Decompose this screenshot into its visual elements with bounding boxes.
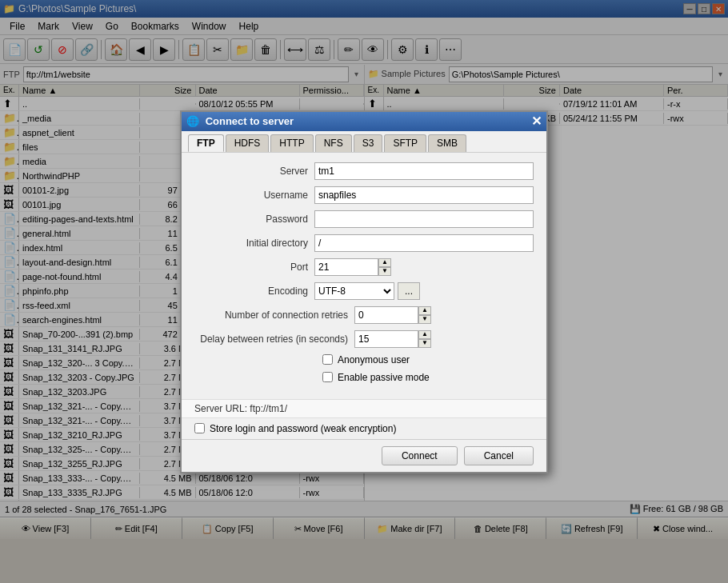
tab-hdfs[interactable]: HDFS [226,134,270,152]
passive-row: Enable passive mode [194,372,534,383]
username-row: Username [194,186,534,204]
port-spin-btns: ▲ ▼ [378,258,391,276]
encoding-more-button[interactable]: ... [398,282,420,300]
connect-to-server-modal: 🌐 Connect to server ✕ FTP HDFS HTTP NFS … [180,110,548,473]
modal-footer: Connect Cancel [182,439,546,472]
server-input[interactable] [314,162,534,180]
delay-spin-down[interactable]: ▼ [418,339,431,348]
port-spin-down[interactable]: ▼ [378,267,391,276]
modal-title: Connect to server [206,115,294,127]
encoding-controls: UTF-8 ISO-8859-1 UTF-16 ... [314,282,420,300]
port-label: Port [194,262,314,273]
initial-dir-row: Initial directory [194,234,534,252]
store-login-label: Store login and password (weak encryptio… [210,423,396,434]
modal-tab-bar: FTP HDFS HTTP NFS S3 SFTP SMB [182,131,546,153]
passive-checkbox[interactable] [322,372,333,382]
connect-button[interactable]: Connect [382,446,458,465]
store-login-row: Store login and password (weak encryptio… [182,417,546,439]
tab-ftp[interactable]: FTP [188,134,224,152]
delay-spinner: ▲ ▼ [354,330,431,348]
port-input[interactable] [314,258,378,276]
password-label: Password [194,214,314,225]
passive-label: Enable passive mode [338,372,430,383]
anonymous-checkbox[interactable] [322,354,333,365]
delay-spin-btns: ▲ ▼ [418,330,431,348]
modal-title-area: 🌐 Connect to server [186,115,294,127]
delay-label: Delay between retries (in seconds) [194,333,354,345]
tab-nfs[interactable]: NFS [315,134,352,152]
retries-spinner: ▲ ▼ [354,306,431,324]
modal-form-body: Server Username Password Initial directo… [182,153,546,399]
username-input[interactable] [314,186,534,204]
encoding-select[interactable]: UTF-8 ISO-8859-1 UTF-16 [314,282,394,300]
modal-titlebar: 🌐 Connect to server ✕ [182,112,546,131]
server-url-display: Server URL: ftp://tm1/ [182,399,546,417]
port-row: Port ▲ ▼ [194,258,534,276]
tab-sftp[interactable]: SFTP [384,134,426,152]
tab-s3[interactable]: S3 [354,134,383,152]
port-spinner: ▲ ▼ [314,258,391,276]
modal-overlay: 🌐 Connect to server ✕ FTP HDFS HTTP NFS … [0,0,728,583]
delay-input[interactable] [354,330,418,348]
store-login-checkbox[interactable] [194,423,205,433]
encoding-row: Encoding UTF-8 ISO-8859-1 UTF-16 ... [194,282,534,300]
retries-spin-up[interactable]: ▲ [418,306,431,315]
server-label: Server [194,166,314,177]
retries-spin-btns: ▲ ▼ [418,306,431,324]
tab-http[interactable]: HTTP [270,134,313,152]
encoding-label: Encoding [194,286,314,297]
initial-dir-input[interactable] [314,234,534,252]
username-label: Username [194,190,314,201]
anonymous-row: Anonymous user [194,354,534,365]
anonymous-label: Anonymous user [338,354,410,365]
delay-row: Delay between retries (in seconds) ▲ ▼ [194,330,534,348]
tab-smb[interactable]: SMB [428,134,466,152]
initial-dir-label: Initial directory [194,238,314,249]
cancel-button[interactable]: Cancel [464,446,534,465]
retries-input[interactable] [354,306,418,324]
password-row: Password [194,210,534,228]
password-input[interactable] [314,210,534,228]
delay-spin-up[interactable]: ▲ [418,330,431,339]
retries-row: Number of connection retries ▲ ▼ [194,306,534,324]
server-row: Server [194,162,534,180]
port-spin-up[interactable]: ▲ [378,258,391,267]
modal-close-button[interactable]: ✕ [531,115,542,128]
retries-label: Number of connection retries [194,309,354,321]
modal-server-icon: 🌐 [186,115,199,127]
retries-spin-down[interactable]: ▼ [418,315,431,324]
